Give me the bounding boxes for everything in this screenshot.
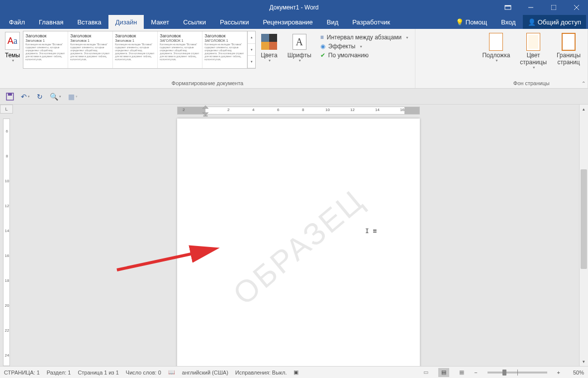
tab-references[interactable]: Ссылки [176, 15, 213, 29]
tell-me[interactable]: 💡 Помощ [449, 15, 494, 29]
chevron-down-icon: ▼ [405, 36, 409, 39]
page-color-button[interactable]: Цвет страницы▼ [515, 31, 552, 71]
share-icon: 👤 [528, 18, 536, 26]
quick-access-toolbar: ↶ ▾ ↻ 🔍▾ ▦▾ [0, 89, 588, 105]
gallery-scroll-down[interactable]: ▾ [248, 44, 255, 56]
tab-view[interactable]: Вид [320, 15, 346, 29]
status-word-count[interactable]: Число слов: 0 [126, 370, 161, 376]
read-mode-button[interactable]: ▭ [420, 368, 431, 377]
group-label-page-background: Фон страницы [475, 79, 588, 88]
tab-mailings[interactable]: Рассылки [213, 15, 256, 29]
ruler-corner[interactable]: L [0, 105, 13, 114]
fonts-button[interactable]: A Шрифты▼ [283, 31, 316, 64]
macro-icon[interactable]: ▣ [294, 369, 298, 376]
style-set-item[interactable]: ЗаголовокЗАГОЛОВОК 1Коллекция на вкладке… [202, 31, 247, 68]
text-cursor-icon: I ≡ [365, 227, 377, 235]
paragraph-spacing-button[interactable]: ≡Интервал между абзацами▼ [320, 34, 409, 41]
lightbulb-icon: 💡 [456, 18, 464, 26]
scroll-up-button[interactable]: ▴ [580, 105, 588, 114]
ribbon: Aa Темы ▼ ЗаголовокЗаголовок 1Коллекция … [0, 29, 588, 89]
sign-in[interactable]: Вход [494, 15, 522, 29]
print-layout-button[interactable]: ▤ [438, 368, 449, 377]
indent-marker-icon[interactable] [202, 106, 208, 117]
minimize-button[interactable] [519, 0, 542, 15]
chevron-down-icon: ▼ [268, 59, 271, 62]
svg-rect-7 [8, 93, 12, 96]
tab-home[interactable]: Главная [32, 15, 70, 29]
chevron-down-icon: ▼ [298, 59, 301, 62]
status-section[interactable]: Раздел: 1 [47, 370, 71, 376]
watermark-icon [489, 33, 503, 51]
group-label-formatting: Форматирование документа [0, 79, 415, 88]
gallery-scroll-up[interactable]: ▴ [248, 31, 255, 44]
status-page[interactable]: СТРАНИЦА: 1 [4, 370, 40, 376]
maximize-button[interactable] [542, 0, 565, 15]
status-track-changes[interactable]: Исправления: Выкл. [235, 370, 287, 376]
zoom-out-button[interactable]: − [474, 370, 477, 376]
ribbon-display-icon[interactable] [496, 0, 519, 15]
close-button[interactable] [565, 0, 588, 15]
web-layout-button[interactable]: ▦ [456, 368, 467, 377]
effects-button[interactable]: ◉Эффекты▼ [320, 43, 409, 50]
spell-check-icon[interactable]: 📖 [168, 369, 175, 376]
zoom-in-button[interactable]: + [557, 370, 560, 376]
watermark-text: ОБРАЗЕЦ [226, 183, 371, 312]
colors-button[interactable]: Цвета▼ [256, 31, 282, 64]
themes-button[interactable]: Aa Темы ▼ [2, 31, 23, 63]
vruler-track: 6 8 10 12 14 16 18 20 22 24 [3, 119, 10, 366]
tab-layout[interactable]: Макет [144, 15, 176, 29]
undo-button[interactable]: ↶ ▾ [21, 93, 30, 101]
chevron-down-icon: ▼ [359, 45, 363, 48]
page-color-icon [526, 33, 540, 51]
check-icon: ✔ [320, 52, 325, 59]
style-set-item[interactable]: ЗаголовокЗАГОЛОВОК 1Коллекция на вкладке… [158, 31, 202, 68]
set-default-button[interactable]: ✔По умолчанию [320, 52, 409, 59]
tab-insert[interactable]: Вставка [70, 15, 108, 29]
zoom-slider[interactable] [488, 372, 547, 374]
window-title: Документ1 - Word [269, 4, 318, 11]
style-set-item[interactable]: ЗаголовокЗаголовок 1Коллекция на вкладке… [23, 31, 68, 68]
status-bar: СТРАНИЦА: 1 Раздел: 1 Страница 1 из 1 Чи… [0, 366, 588, 378]
redo-button[interactable]: ↻ [37, 93, 43, 101]
chevron-down-icon: ▼ [532, 66, 536, 69]
tab-developer[interactable]: Разработчик [345, 15, 397, 29]
zoom-slider-thumb[interactable] [502, 370, 506, 376]
vertical-ruler[interactable]: L 6 8 10 12 14 16 18 20 22 24 [0, 105, 13, 366]
document-page[interactable]: ОБРАЗЕЦ I ≡ [177, 119, 420, 366]
tab-review[interactable]: Рецензирование [256, 15, 319, 29]
status-page-of[interactable]: Страница 1 из 1 [78, 370, 118, 376]
style-set-item[interactable]: ЗаголовокЗаголовок 1Коллекция на вкладке… [68, 31, 113, 68]
svg-rect-10 [203, 116, 207, 117]
page-borders-icon [562, 33, 576, 51]
tab-design[interactable]: Дизайн [108, 15, 144, 29]
share-button[interactable]: 👤Общий доступ [523, 15, 586, 29]
watermark-button[interactable]: Подложка▼ [477, 31, 515, 64]
fonts-icon: A [293, 34, 306, 50]
title-bar: Документ1 - Word [0, 0, 588, 15]
effects-icon: ◉ [320, 43, 325, 50]
scroll-thumb[interactable] [581, 169, 587, 269]
vertical-scrollbar[interactable]: ▴ ▾ [579, 105, 588, 366]
colors-icon [261, 34, 277, 50]
document-formatting-gallery[interactable]: ЗаголовокЗаголовок 1Коллекция на вкладке… [23, 31, 256, 69]
paragraph-spacing-icon: ≡ [320, 34, 324, 41]
chevron-down-icon: ▼ [11, 59, 15, 62]
print-preview-button[interactable]: 🔍▾ [50, 93, 61, 101]
collapse-ribbon-icon[interactable]: ⌃ [582, 81, 586, 86]
svg-marker-8 [202, 106, 208, 109]
document-area: L 6 8 10 12 14 16 18 20 22 24 2 2 4 6 8 … [0, 105, 588, 366]
status-language[interactable]: английский (США) [182, 370, 228, 376]
horizontal-ruler[interactable]: 2 2 4 6 8 10 12 14 16 [177, 107, 420, 116]
svg-rect-1 [505, 5, 511, 6]
svg-marker-9 [202, 113, 208, 116]
scroll-down-button[interactable]: ▾ [580, 357, 588, 366]
ribbon-tabs: Файл Главная Вставка Дизайн Макет Ссылки… [0, 15, 588, 29]
style-set-item[interactable]: ЗаголовокЗаголовок 1Коллекция на вкладке… [113, 31, 158, 68]
zoom-level[interactable]: 50% [567, 370, 584, 376]
page-borders-button[interactable]: Границы страниц [552, 31, 586, 68]
insert-table-button[interactable]: ▦▾ [68, 93, 78, 101]
save-button[interactable] [6, 93, 14, 101]
gallery-more[interactable]: ▾ [248, 56, 255, 68]
tab-file[interactable]: Файл [2, 15, 32, 29]
svg-rect-3 [551, 5, 556, 10]
